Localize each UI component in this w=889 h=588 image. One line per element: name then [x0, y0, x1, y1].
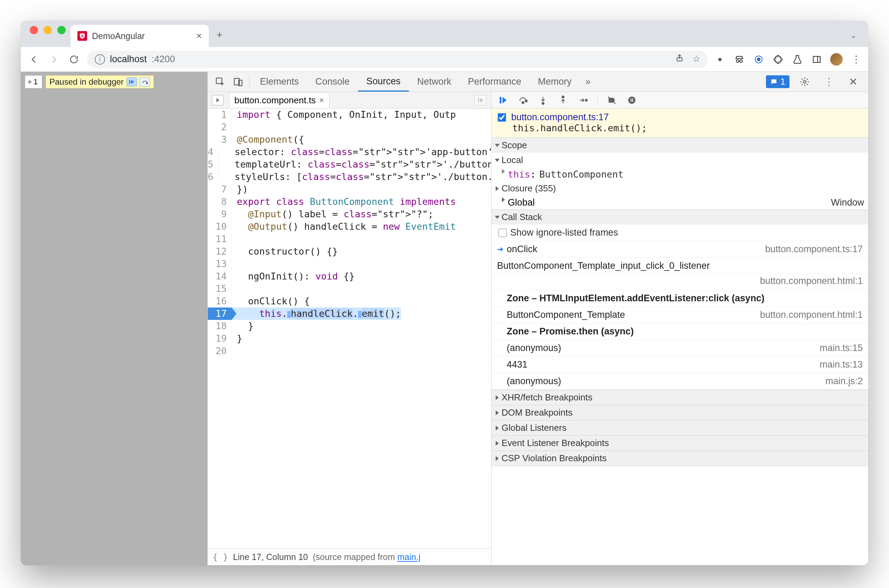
scope-global-row[interactable]: GlobalWindow: [491, 196, 868, 209]
tabs-more-icon[interactable]: »: [580, 72, 596, 92]
file-tab-close-icon[interactable]: ×: [319, 95, 324, 105]
profile-avatar-icon[interactable]: [830, 53, 843, 66]
code-line[interactable]: 2: [208, 121, 491, 134]
svg-point-17: [542, 102, 544, 104]
scope-local-header[interactable]: Local: [491, 153, 868, 168]
code-line[interactable]: 8export class ButtonComponent implements: [208, 195, 491, 208]
code-line[interactable]: 16 onClick() {: [208, 295, 491, 308]
nav-forward-button[interactable]: [47, 52, 61, 66]
tab-console[interactable]: Console: [307, 72, 358, 92]
callstack-frame[interactable]: ➔onClickbutton.component.ts:17: [491, 241, 868, 258]
navigator-toggle-icon[interactable]: [212, 95, 224, 105]
code-line[interactable]: 14 ngOnInit(): void {}: [208, 270, 491, 283]
share-icon[interactable]: [675, 54, 684, 65]
tab-sources[interactable]: Sources: [358, 72, 409, 92]
tabs-overflow-icon[interactable]: ⌄: [850, 31, 856, 40]
issues-chip[interactable]: 1: [766, 75, 790, 88]
callstack-frame[interactable]: (anonymous)main.js:2: [491, 373, 868, 390]
dom-breakpoints-header[interactable]: DOM Breakpoints: [491, 405, 868, 420]
devtools-menu-icon[interactable]: ⋮: [820, 76, 838, 87]
step-over-button[interactable]: [517, 94, 530, 106]
browser-window: DemoAngular × + ⌄ i localhost:4200 ☆ ☻: [21, 21, 868, 565]
code-line[interactable]: 20: [208, 345, 491, 357]
csp-breakpoints-header[interactable]: CSP Violation Breakpoints: [491, 451, 868, 466]
svg-rect-13: [478, 98, 479, 103]
code-line[interactable]: 12 constructor() {}: [208, 245, 491, 258]
step-into-button[interactable]: [536, 94, 550, 106]
ext-flask-icon[interactable]: [791, 54, 803, 65]
paused-overlay: Paused in debugger: [46, 75, 154, 88]
code-line[interactable]: 5 templateUrl: class=class="str">"str">'…: [208, 158, 491, 171]
callstack-frame[interactable]: ButtonComponent_Templatebutton.component…: [491, 307, 868, 323]
code-line[interactable]: 10 @Output() handleClick = new EventEmit: [208, 220, 491, 233]
ext-skull-icon[interactable]: ☻: [714, 54, 726, 65]
window-close-icon[interactable]: [30, 26, 38, 34]
xhr-breakpoints-header[interactable]: XHR/fetch Breakpoints: [491, 390, 868, 405]
scope-this-row[interactable]: this:ButtonComponent: [491, 168, 868, 181]
new-tab-button[interactable]: +: [213, 29, 225, 41]
devtools-close-icon[interactable]: ✕: [844, 76, 862, 88]
nav-reload-button[interactable]: [67, 52, 81, 66]
svg-rect-7: [129, 80, 130, 84]
deactivate-breakpoints-button[interactable]: [605, 94, 618, 106]
code-line[interactable]: 3@Component({: [208, 134, 491, 146]
tab-performance[interactable]: Performance: [460, 72, 530, 92]
window-zoom-icon[interactable]: [57, 26, 66, 34]
breakpoint-location[interactable]: button.component.ts:17: [511, 112, 609, 123]
ext-incognito-icon[interactable]: [733, 54, 745, 65]
code-line[interactable]: 15: [208, 283, 491, 295]
browser-toolbar: i localhost:4200 ☆ ☻ ⋮: [21, 47, 868, 72]
code-line[interactable]: 17 this.handleClick.emit();: [208, 308, 491, 320]
pretty-print-icon[interactable]: { }: [213, 552, 228, 562]
code-line[interactable]: 9 @Input() label = class="str">"?";: [208, 208, 491, 220]
settings-icon[interactable]: [796, 77, 814, 87]
code-line[interactable]: 19}: [208, 332, 491, 345]
code-area[interactable]: 1import { Component, OnInit, Input, Outp…: [208, 108, 491, 549]
resume-button[interactable]: [496, 94, 509, 106]
overlay-step-button[interactable]: [140, 77, 150, 86]
overlay-resume-button[interactable]: [126, 77, 137, 86]
code-line[interactable]: 11: [208, 233, 491, 245]
inspect-element-icon[interactable]: [211, 72, 229, 92]
tab-network[interactable]: Network: [409, 72, 460, 92]
code-line[interactable]: 7}): [208, 183, 491, 195]
site-info-icon[interactable]: i: [95, 54, 105, 64]
step-out-button[interactable]: [557, 94, 570, 106]
callstack-frame[interactable]: (anonymous)main.ts:15: [491, 340, 868, 357]
chrome-menu-icon[interactable]: ⋮: [850, 54, 862, 65]
source-map-link[interactable]: main.j: [398, 552, 420, 562]
tab-elements[interactable]: Elements: [252, 72, 307, 92]
callstack-header[interactable]: Call Stack: [491, 210, 868, 225]
page-viewport: + 1 Paused in debugger: [21, 72, 207, 565]
code-line[interactable]: 13: [208, 258, 491, 270]
browser-tab[interactable]: DemoAngular ×: [71, 25, 209, 47]
page-number-input[interactable]: + 1: [25, 75, 42, 88]
callstack-frame[interactable]: ButtonComponent_Template_input_click_0_l…: [491, 258, 868, 274]
global-listeners-header[interactable]: Global Listeners: [491, 420, 868, 435]
breakpoint-checkbox[interactable]: [498, 113, 506, 122]
run-snippet-icon[interactable]: [475, 95, 486, 105]
scope-header[interactable]: Scope: [491, 138, 868, 153]
tab-close-icon[interactable]: ×: [196, 31, 202, 41]
window-minimize-icon[interactable]: [44, 26, 52, 34]
show-ignored-row[interactable]: Show ignore-listed frames: [491, 225, 868, 241]
event-breakpoints-header[interactable]: Event Listener Breakpoints: [491, 436, 868, 450]
ext-target-icon[interactable]: [753, 54, 764, 65]
code-line[interactable]: 4 selector: class=class="str">"str">'app…: [208, 146, 491, 158]
tab-memory[interactable]: Memory: [530, 72, 580, 92]
ext-panel-icon[interactable]: [811, 54, 823, 65]
callstack-frame[interactable]: 4431main.ts:13: [491, 357, 868, 373]
pause-exceptions-button[interactable]: [625, 94, 638, 106]
address-bar[interactable]: i localhost:4200 ☆: [87, 51, 708, 68]
code-line[interactable]: 1import { Component, OnInit, Input, Outp: [208, 108, 491, 121]
bookmark-star-icon[interactable]: ☆: [692, 54, 700, 65]
scope-closure-header[interactable]: Closure (355): [491, 181, 868, 196]
show-ignored-checkbox[interactable]: [499, 229, 507, 237]
source-file-tab[interactable]: button.component.ts ×: [229, 93, 329, 108]
device-toolbar-icon[interactable]: [229, 72, 247, 92]
step-button[interactable]: [577, 94, 590, 106]
extensions-icon[interactable]: [772, 54, 784, 65]
nav-back-button[interactable]: [27, 52, 41, 66]
code-line[interactable]: 6 styleUrls: [class=class="str">"str">'.…: [208, 171, 491, 183]
code-line[interactable]: 18 }: [208, 320, 491, 332]
